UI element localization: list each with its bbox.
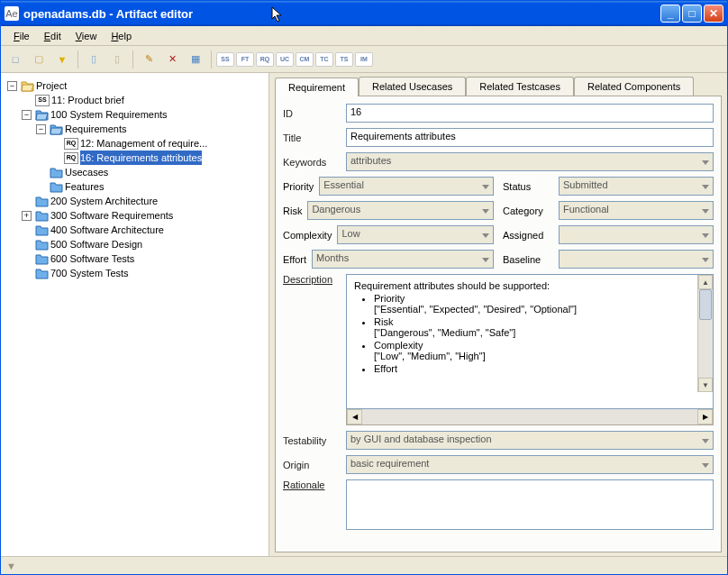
horizontal-scrollbar[interactable]: ◀ ▶: [346, 409, 714, 425]
rq-badge-icon: RQ: [64, 138, 78, 150]
tab-related-testcases[interactable]: Related Testcases: [466, 77, 574, 96]
tree-item-300[interactable]: +300 Software Requirements: [21, 208, 265, 223]
label-description[interactable]: Description: [283, 274, 341, 285]
field-effort[interactable]: Months: [312, 250, 494, 269]
tree-item-label: Requirements: [65, 122, 126, 136]
folder-icon: [35, 224, 49, 236]
tree-item-700[interactable]: 700 System Tests: [21, 266, 265, 280]
tree-item-rq16[interactable]: RQ 16: Requirements attributes: [50, 151, 265, 165]
field-status[interactable]: Submitted: [559, 177, 714, 196]
vertical-scrollbar[interactable]: ▲ ▼: [697, 275, 713, 392]
tree-root[interactable]: − Project: [6, 78, 265, 93]
field-baseline[interactable]: [559, 250, 714, 269]
field-risk[interactable]: Dangerous: [307, 201, 494, 220]
folder-icon: [35, 210, 49, 222]
tree-item-600[interactable]: 600 Software Tests: [21, 251, 265, 266]
ft-icon[interactable]: FT: [236, 52, 254, 67]
ss-badge-icon: SS: [35, 95, 50, 106]
tree-item-usecases[interactable]: Usecases: [35, 165, 265, 179]
menu-edit[interactable]: Edit: [37, 29, 68, 43]
tree-item-requirements[interactable]: − Requirements: [35, 122, 265, 136]
delete-icon[interactable]: ✕: [161, 49, 183, 70]
tree-item-label: Usecases: [65, 165, 108, 179]
tree-panel[interactable]: − Project SS 11: Product brief: [1, 73, 269, 556]
title-bar: Ae openadams.db - Artifact editor _ □ ✕: [1, 1, 727, 26]
collapse-icon[interactable]: −: [7, 81, 17, 91]
label-priority: Priority: [283, 181, 314, 192]
rq-icon[interactable]: RQ: [256, 52, 274, 67]
tree-item-label: 100 System Requirements: [50, 107, 168, 122]
filter-icon[interactable]: ▼: [51, 49, 73, 70]
field-assigned[interactable]: [559, 225, 714, 244]
label-category: Category: [503, 205, 553, 216]
field-id[interactable]: 16: [346, 104, 714, 123]
tab-requirement[interactable]: Requirement: [275, 78, 359, 96]
tab-related-usecases[interactable]: Related Usecases: [359, 77, 466, 96]
field-title[interactable]: Requirements attributes: [346, 128, 714, 147]
tree-item-label: 300 Software Requirements: [50, 208, 173, 223]
field-origin[interactable]: basic requirement: [346, 455, 714, 474]
page-icon[interactable]: ▯: [83, 49, 105, 70]
description-item: Priority["Essential", "Expected", "Desir…: [374, 293, 705, 315]
tree-item-label: 12: Management of require...: [80, 136, 207, 151]
ts-icon[interactable]: TS: [335, 52, 353, 67]
open-icon[interactable]: ▢: [28, 49, 50, 70]
scroll-thumb[interactable]: [699, 289, 712, 320]
label-title: Title: [283, 132, 341, 143]
menu-file[interactable]: File: [6, 29, 37, 43]
tree-item-ss[interactable]: SS 11: Product brief: [21, 93, 265, 107]
menu-view[interactable]: View: [68, 29, 105, 43]
label-complexity: Complexity: [283, 230, 332, 241]
uc-icon[interactable]: UC: [276, 52, 294, 67]
tree-item-400[interactable]: 400 Software Architecture: [21, 223, 265, 237]
field-complexity[interactable]: Low: [337, 225, 494, 244]
folder-open-icon: [50, 123, 63, 135]
field-rationale[interactable]: [346, 479, 714, 530]
field-category[interactable]: Functional: [559, 201, 714, 220]
minimize-button[interactable]: _: [660, 5, 680, 23]
scroll-up-icon[interactable]: ▲: [698, 275, 713, 289]
label-testability: Testability: [283, 435, 341, 446]
tree-item-rq12[interactable]: RQ 12: Management of require...: [50, 136, 265, 151]
label-effort: Effort: [283, 254, 306, 265]
field-testability[interactable]: by GUI and database inspection: [346, 431, 714, 450]
report-icon[interactable]: ▦: [185, 49, 206, 70]
cm-icon[interactable]: CM: [296, 52, 314, 67]
collapse-icon[interactable]: −: [22, 110, 32, 120]
scroll-right-icon[interactable]: ▶: [697, 409, 713, 424]
expand-icon[interactable]: +: [22, 211, 32, 221]
close-button[interactable]: ✕: [704, 5, 723, 23]
field-description[interactable]: Requirement attributes should be support…: [346, 274, 714, 409]
im-icon[interactable]: IM: [355, 52, 373, 67]
scroll-down-icon[interactable]: ▼: [698, 378, 713, 392]
tree-item-200[interactable]: 200 System Architecture: [21, 194, 265, 208]
maximize-button[interactable]: □: [682, 5, 702, 23]
folder-icon: [50, 167, 63, 178]
edit-icon[interactable]: ✎: [138, 49, 159, 70]
folder-icon: [35, 268, 49, 279]
tree-item-label: 11: Product brief: [51, 93, 124, 107]
tree-item-500[interactable]: 500 Software Design: [21, 237, 265, 251]
field-keywords[interactable]: attributes: [346, 152, 714, 171]
tree-item-label: 500 Software Design: [50, 237, 142, 251]
tab-related-components[interactable]: Related Components: [574, 77, 694, 96]
menu-bar: File Edit View Help: [1, 26, 727, 46]
scroll-left-icon[interactable]: ◀: [347, 409, 362, 424]
label-rationale[interactable]: Rationale: [283, 479, 341, 490]
rq-badge-icon: RQ: [64, 152, 78, 164]
tree-item-features[interactable]: Features: [35, 179, 265, 194]
field-priority[interactable]: Essential: [319, 177, 494, 196]
new-icon[interactable]: □: [5, 49, 26, 70]
folder-icon: [35, 196, 49, 207]
ss-icon[interactable]: SS: [216, 52, 234, 67]
copy-icon[interactable]: ▯: [106, 49, 128, 70]
tc-icon[interactable]: TC: [315, 52, 333, 67]
window-title: openadams.db - Artifact editor: [23, 7, 660, 21]
menu-help[interactable]: Help: [104, 29, 139, 43]
collapse-icon[interactable]: −: [36, 124, 46, 134]
tree-item-label: 400 Software Architecture: [50, 223, 164, 237]
tree-item-100[interactable]: − 100 System Requirements: [21, 107, 265, 122]
tree-item-label: 700 System Tests: [50, 266, 129, 280]
app-icon: Ae: [5, 6, 19, 21]
description-item: Complexity["Low", "Medium", "High"]: [374, 340, 705, 361]
